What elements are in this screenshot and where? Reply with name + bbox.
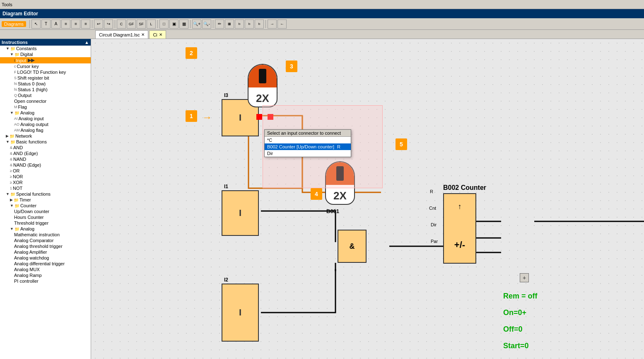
toolbar-undo[interactable]: ↩ (94, 19, 103, 29)
tree-nand-edge[interactable]: & NAND (Edge) (0, 162, 91, 168)
toolbar-b1[interactable]: b (235, 19, 244, 29)
toolbar-arrow-in[interactable]: → (268, 19, 277, 29)
menu-bar: Tools (0, 0, 644, 9)
tree-analog-digital[interactable]: ▼ 📁 Analog (0, 110, 91, 116)
folder-analog-special-icon: 📁 (14, 227, 19, 231)
toolbar-redo[interactable]: ↪ (104, 19, 113, 29)
tree-and[interactable]: & AND (0, 145, 91, 150)
connector-red-left[interactable] (256, 114, 262, 120)
toolbar-a[interactable]: A (51, 19, 60, 29)
toolbar-select[interactable]: ↖ (31, 19, 41, 29)
block-i2[interactable]: I2 I (222, 284, 259, 342)
toolbar-sf[interactable]: SF (137, 19, 146, 29)
toolbar-text[interactable]: T (41, 19, 51, 29)
tree-timer[interactable]: ▶ 📁 Timer (0, 197, 91, 203)
tree-analog-input[interactable]: AI Analog input (0, 116, 91, 121)
tree-am-icon: AM (14, 128, 20, 132)
tree-nor[interactable]: ≥ NOR (0, 174, 91, 180)
tree-mathematic[interactable]: Mathematic instruction (0, 232, 91, 238)
tree-output-label: Output (18, 93, 31, 98)
tree-special-functions[interactable]: ▼ 📁 Special functions (0, 191, 91, 197)
tab-circuit1[interactable]: Circuit Diagram1.lsc ✕ (95, 30, 148, 39)
tree-open-connector[interactable]: Open connector (0, 98, 91, 104)
b002-counter-block[interactable]: ↑ +/- (443, 193, 476, 264)
tree-cursor-key[interactable]: c Cursor key (0, 63, 91, 69)
tree-basic-functions[interactable]: ▼ 📁 Basic functions (0, 139, 91, 145)
toolbar-align3[interactable]: ≡ (81, 19, 90, 29)
tree-xor[interactable]: ≥ XOR (0, 180, 91, 185)
left-panel-scroll-up[interactable]: ▲ (84, 40, 89, 45)
popup-item-dir[interactable]: Dir (265, 150, 351, 157)
title-bar: Diagram Editor (0, 9, 644, 18)
tab-circuit1-close[interactable]: ✕ (141, 32, 145, 37)
tree-xor-label: XOR (13, 180, 23, 185)
canvas-area[interactable]: I3 I I1 I I2 I 2X (91, 39, 644, 359)
popup-connector[interactable]: Select an input connector to connect *C … (264, 129, 351, 157)
tree-analog-mux[interactable]: Analog MUX (0, 267, 91, 272)
toolbar-c[interactable]: C (117, 19, 126, 29)
block-i1-content: I (239, 208, 241, 218)
tree-analog-comparator[interactable]: Analog Comparator (0, 238, 91, 243)
tree-network[interactable]: ▶ 📁 Network (0, 133, 91, 139)
tree-xor-icon: ≥ (10, 180, 12, 184)
block-b001-and[interactable]: & (338, 230, 367, 263)
tree-pi-controller[interactable]: PI controller (0, 278, 91, 284)
tree-constants[interactable]: ▼ 📁 Constants (0, 46, 91, 51)
arrow-indicator: → (202, 112, 212, 123)
tree-output[interactable]: Q Output (0, 92, 91, 98)
tab-circuit2[interactable]: Ci ✕ (149, 30, 166, 39)
tree-analog-ramp[interactable]: Analog Ramp (0, 272, 91, 278)
input-drag-indicator: ▶▶ (28, 58, 34, 63)
tree-updown-counter[interactable]: Up/Down counter (0, 209, 91, 214)
tree-logo-td[interactable]: F LOGO! TD Function key (0, 69, 91, 75)
toolbar-rect3[interactable]: ▦ (179, 19, 188, 29)
toolbar-zoom-out[interactable]: 🔍- (202, 19, 211, 29)
tree-analog-output[interactable]: AO Analog output (0, 121, 91, 127)
tree-input[interactable]: I Input ▶▶ (0, 57, 91, 63)
tree-nand[interactable]: & NAND (0, 156, 91, 162)
tree-cursor-icon: c (14, 64, 16, 68)
tree-analog-threshold[interactable]: Analog threshold trigger (0, 243, 91, 249)
tree-shift-reg[interactable]: S Shift register bit (0, 75, 91, 81)
toolbar-align2[interactable]: ≡ (71, 19, 80, 29)
menu-tools[interactable]: Tools (2, 2, 12, 7)
toolbar-pencil[interactable]: ✏ (215, 19, 224, 29)
tree-analog-flag[interactable]: AM Analog flag (0, 127, 91, 133)
tree-not[interactable]: 1 NOT (0, 185, 91, 191)
diagrams-button[interactable]: Diagrams (2, 21, 26, 27)
toolbar-b3[interactable]: b (255, 19, 264, 29)
toolbar-align1[interactable]: ≡ (61, 19, 70, 29)
popup-item-b002[interactable]: B002 Counter [Up/Down counter] R (265, 143, 351, 150)
tree-digital[interactable]: ▼ 📁 Digital (0, 51, 91, 57)
tree-analog-amplifier[interactable]: Analog Amplifier (0, 249, 91, 255)
tree-flag[interactable]: M Flag (0, 104, 91, 110)
tree-cursor-label: Cursor key (17, 64, 39, 69)
toolbar-rect1[interactable]: □ (159, 19, 169, 29)
block-i2-content: I (239, 307, 241, 318)
tree-and-edge[interactable]: & AND (Edge) (0, 150, 91, 156)
toolbar-b2[interactable]: b (245, 19, 254, 29)
tree-status0[interactable]: hi Status 0 (low) (0, 81, 91, 87)
toolbar-grid1[interactable]: ▦ (225, 19, 234, 29)
block-i1[interactable]: I1 I (222, 190, 259, 236)
tab-circuit2-close[interactable]: ✕ (159, 32, 162, 37)
tree-hours-counter[interactable]: Hours Counter (0, 214, 91, 220)
toolbar-zoom-in[interactable]: 🔍+ (192, 19, 201, 29)
toolbar-gf[interactable]: GF (127, 19, 136, 29)
tree-analog-diff[interactable]: Analog differential trigger (0, 261, 91, 267)
connector-red-right[interactable] (268, 114, 273, 120)
toolbar-arrow-out[interactable]: ← (277, 19, 287, 29)
tree-analog-special[interactable]: ▼ 📁 Analog (0, 226, 91, 232)
tree-threshold-trigger[interactable]: Threshold trigger (0, 220, 91, 226)
tree-analog-watchdog[interactable]: Analog watchdog (0, 255, 91, 261)
toolbar-rect2[interactable]: ▣ (169, 19, 178, 29)
tree-counter[interactable]: ▼ 📁 Counter (0, 203, 91, 209)
plus-button[interactable]: + (520, 273, 529, 282)
tab-circuit1-label: Circuit Diagram1.lsc (99, 32, 140, 37)
tree-or[interactable]: ≥ OR (0, 168, 91, 174)
tree-status1-icon: hi (14, 87, 17, 92)
toolbar-l[interactable]: L (147, 19, 156, 29)
popup-item-c[interactable]: *C (265, 137, 351, 143)
folder-digital-icon: 📁 (14, 52, 19, 57)
tree-status1[interactable]: hi Status 1 (high) (0, 87, 91, 92)
